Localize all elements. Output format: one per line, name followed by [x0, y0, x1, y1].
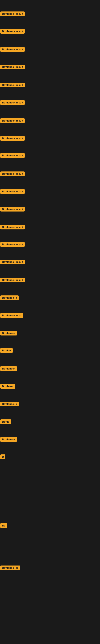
- bottleneck-badge-15: Bottleneck result: [0, 260, 25, 264]
- bottleneck-item-9: Bottleneck result: [0, 153, 25, 158]
- bottleneck-badge-24: Bottle: [0, 420, 11, 424]
- bottleneck-badge-13: Bottleneck result: [0, 225, 25, 230]
- bottleneck-item-6: Bottleneck result: [0, 100, 25, 105]
- bottleneck-badge-4: Bottleneck result: [0, 64, 25, 69]
- page-container: Bottleneck resultBottleneck resultBottle…: [0, 0, 100, 644]
- bottleneck-badge-11: Bottleneck result: [0, 189, 25, 194]
- bottleneck-item-13: Bottleneck result: [0, 225, 25, 230]
- bottleneck-badge-10: Bottleneck result: [0, 172, 25, 176]
- bottleneck-item-18: Bottleneck resu: [0, 313, 23, 318]
- bottleneck-badge-20: Bottlen: [0, 348, 13, 353]
- bottleneck-badge-21: Bottleneck: [0, 366, 17, 371]
- bottleneck-item-25: Bottleneck: [0, 437, 17, 442]
- bottleneck-item-10: Bottleneck result: [0, 172, 25, 176]
- bottleneck-badge-19: Bottleneck: [0, 331, 17, 336]
- bottleneck-badge-7: Bottleneck result: [0, 118, 25, 123]
- bottleneck-badge-6: Bottleneck result: [0, 100, 25, 105]
- bottleneck-badge-23: Bottleneck r: [0, 402, 19, 406]
- bottleneck-item-11: Bottleneck result: [0, 189, 25, 194]
- bottleneck-item-1: Bottleneck result: [0, 12, 25, 16]
- bottleneck-item-3: Bottleneck result: [0, 47, 25, 52]
- bottleneck-badge-25: Bottleneck: [0, 437, 17, 442]
- bottleneck-item-19: Bottleneck: [0, 331, 17, 336]
- bottleneck-item-29: Bottleneck re: [0, 566, 20, 570]
- bottleneck-item-15: Bottleneck result: [0, 260, 25, 264]
- bottleneck-item-20: Bottlen: [0, 348, 13, 353]
- bottleneck-item-7: Bottleneck result: [0, 118, 25, 123]
- bottleneck-item-5: Bottleneck result: [0, 83, 25, 87]
- bottleneck-item-12: Bottleneck result: [0, 207, 25, 212]
- bottleneck-item-23: Bottleneck r: [0, 402, 19, 406]
- bottleneck-item-26: B: [0, 454, 5, 459]
- bottleneck-badge-1: Bottleneck result: [0, 12, 25, 16]
- bottleneck-badge-22: Bottlenec: [0, 384, 15, 388]
- bottleneck-badge-3: Bottleneck result: [0, 47, 25, 52]
- bottleneck-badge-29: Bottleneck re: [0, 566, 20, 570]
- bottleneck-item-8: Bottleneck result: [0, 136, 25, 141]
- site-title: [0, 0, 100, 2]
- bottleneck-item-28: Bo: [0, 523, 7, 528]
- bottleneck-item-22: Bottlenec: [0, 384, 15, 388]
- bottleneck-item-16: Bottleneck result: [0, 278, 25, 282]
- bottleneck-item-24: Bottle: [0, 420, 11, 424]
- bottleneck-badge-16: Bottleneck result: [0, 278, 25, 282]
- bottleneck-item-14: Bottleneck result: [0, 242, 25, 247]
- bottleneck-badge-9: Bottleneck result: [0, 153, 25, 158]
- bottleneck-badge-2: Bottleneck result: [0, 29, 25, 34]
- bottleneck-badge-14: Bottleneck result: [0, 242, 25, 247]
- bottleneck-badge-12: Bottleneck result: [0, 207, 25, 212]
- bottleneck-badge-28: Bo: [0, 523, 7, 528]
- bottleneck-badge-17: Bottleneck r: [0, 296, 19, 300]
- bottleneck-item-4: Bottleneck result: [0, 64, 25, 69]
- bottleneck-badge-8: Bottleneck result: [0, 136, 25, 141]
- bottleneck-badge-5: Bottleneck result: [0, 83, 25, 87]
- bottleneck-item-2: Bottleneck result: [0, 29, 25, 34]
- bottleneck-item-17: Bottleneck r: [0, 296, 19, 300]
- bottleneck-badge-18: Bottleneck resu: [0, 313, 23, 318]
- bottleneck-item-21: Bottleneck: [0, 366, 17, 371]
- bottleneck-badge-26: B: [0, 454, 5, 459]
